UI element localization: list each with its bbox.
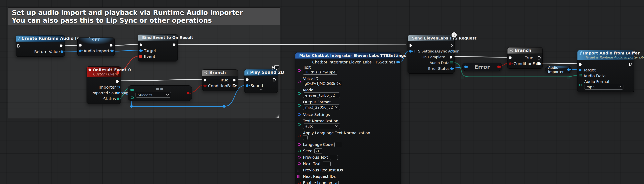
- output-struct-pin[interactable]: [396, 61, 399, 63]
- node-audio-importer-getter[interactable]: Audio Importer: [545, 66, 572, 73]
- event-delegate-pin[interactable]: [139, 55, 142, 58]
- exec-in-pin[interactable]: [509, 56, 512, 59]
- comment-header[interactable]: Set up audio import and playback via Run…: [8, 7, 280, 25]
- text-field[interactable]: [303, 70, 338, 75]
- false-exec-pin[interactable]: [538, 62, 541, 65]
- next-text-pin[interactable]: [298, 163, 300, 165]
- text-pin[interactable]: [298, 69, 300, 72]
- audio-data-array-pin[interactable]: [450, 61, 453, 64]
- true-exec-pin[interactable]: [233, 78, 236, 82]
- audio-importer-out-pin[interactable]: [110, 49, 113, 52]
- error-status-pin[interactable]: [450, 67, 453, 70]
- exec-out-pin[interactable]: [60, 44, 63, 47]
- output-format-dropdown[interactable]: mp3_22050_32: [303, 104, 340, 110]
- node-set-audio-importer[interactable]: SET Audio Importer: [77, 37, 115, 56]
- exec-in-pin[interactable]: [139, 43, 143, 46]
- output-delegate-pin[interactable]: [116, 71, 119, 74]
- target-pin[interactable]: [579, 69, 582, 71]
- node-header[interactable]: OnResult_Event_0 Custom Event: [87, 67, 121, 77]
- voice-id-pin[interactable]: [298, 80, 300, 83]
- reroute-node-audiodata-1[interactable]: [461, 76, 464, 78]
- error-output-pin[interactable]: [497, 66, 500, 68]
- target-pin[interactable]: [139, 49, 142, 52]
- graph-canvas[interactable]: Set up audio import and playback via Run…: [0, 0, 644, 184]
- previous-text-pin[interactable]: [298, 156, 300, 159]
- previous-text-field[interactable]: [330, 155, 338, 160]
- condition-pin[interactable]: [204, 84, 206, 87]
- equal-output-pin[interactable]: [187, 92, 190, 94]
- node-play-sound-2d[interactable]: f Play Sound 2D Sound: [244, 69, 278, 93]
- exec-in-pin[interactable]: [204, 78, 207, 82]
- next-text-field[interactable]: [322, 161, 330, 166]
- exec-out-pin[interactable]: [629, 62, 632, 66]
- audio-importer-in-pin[interactable]: [79, 49, 82, 52]
- on-complete-exec-pin[interactable]: [450, 55, 453, 59]
- exec-in-pin[interactable]: [17, 44, 20, 47]
- equal-input-a-pin[interactable]: [130, 89, 133, 91]
- async-action-pin[interactable]: [450, 50, 453, 52]
- enable-logging-checkbox[interactable]: [334, 181, 338, 184]
- text-normalization-dropdown[interactable]: auto: [303, 123, 340, 129]
- exec-in-pin[interactable]: [246, 78, 249, 81]
- tts-settings-pin[interactable]: [409, 50, 412, 52]
- voice-settings-pin[interactable]: [298, 113, 300, 116]
- text-normalization-pin[interactable]: [298, 123, 300, 126]
- node-make-tts-settings[interactable]: Make Chatbot Integrator Eleven Labs TTSS…: [295, 52, 401, 184]
- node-header[interactable]: f Create Runtime Audio Importer: [16, 35, 64, 42]
- enable-logging-pin[interactable]: [298, 182, 300, 184]
- exec-out-pin[interactable]: [173, 43, 176, 46]
- node-branch-2[interactable]: Branch True Condition False: [507, 47, 543, 69]
- previous-request-ids-array-pin[interactable]: [298, 169, 300, 172]
- seed-pin[interactable]: [298, 150, 300, 152]
- seed-field[interactable]: [314, 149, 322, 154]
- sound-pin[interactable]: [246, 84, 248, 87]
- imported-sound-wave-pin[interactable]: [117, 92, 119, 94]
- next-request-ids-array-pin[interactable]: [298, 175, 300, 178]
- importer-pin[interactable]: [117, 86, 119, 88]
- equal-input-b-pin[interactable]: [131, 96, 133, 99]
- status-pin[interactable]: [117, 97, 119, 100]
- node-send-elevenlabs-tts-request[interactable]: Send ElevenLabs TTS Request TTS Settings…: [408, 35, 454, 74]
- node-branch-1[interactable]: Branch True Condition False: [202, 69, 238, 91]
- expand-node-button[interactable]: [244, 88, 278, 92]
- exec-out-pin[interactable]: [450, 44, 453, 47]
- reroute-node-audiodata-2[interactable]: [567, 76, 570, 78]
- model-dropdown[interactable]: eleven_turbo_v2: [303, 92, 340, 98]
- apply-lang-pin[interactable]: [298, 135, 300, 137]
- node-error-getter[interactable]: Error: [462, 63, 502, 71]
- exec-in-pin[interactable]: [79, 43, 82, 47]
- exec-out-pin[interactable]: [273, 78, 276, 81]
- voice-id-field[interactable]: [303, 81, 342, 86]
- set-header[interactable]: SET: [78, 38, 114, 42]
- node-header[interactable]: Make Chatbot Integrator Eleven Labs TTSS…: [296, 52, 400, 59]
- language-code-pin[interactable]: [298, 143, 300, 146]
- equal-value-dropdown[interactable]: Success: [136, 92, 171, 98]
- exec-in-pin[interactable]: [409, 44, 412, 47]
- audio-data-array-pin[interactable]: [579, 74, 582, 77]
- exec-out-pin[interactable]: [116, 80, 119, 83]
- node-header[interactable]: Branch: [508, 47, 542, 54]
- node-header[interactable]: Branch: [202, 70, 238, 76]
- node-header[interactable]: Bind Event to On Result: [138, 34, 178, 41]
- true-exec-pin[interactable]: [538, 56, 541, 59]
- getter-output-pin[interactable]: [567, 68, 570, 71]
- comment-resize-handle[interactable]: [274, 113, 280, 118]
- audio-format-pin[interactable]: [579, 84, 582, 86]
- node-bind-event-to-on-result[interactable]: Bind Event to On Result Target Event: [138, 34, 178, 61]
- node-create-runtime-audio-importer[interactable]: f Create Runtime Audio Importer Return V…: [16, 35, 65, 57]
- node-onresult-custom-event[interactable]: OnResult_Event_0 Custom Event Importer I…: [86, 66, 121, 104]
- node-header[interactable]: Send ElevenLabs TTS Request: [408, 35, 454, 41]
- model-pin[interactable]: [298, 92, 300, 95]
- node-equal-enum[interactable]: == Success: [128, 85, 192, 101]
- apply-lang-checkbox[interactable]: [303, 135, 308, 140]
- false-exec-pin[interactable]: [233, 84, 236, 87]
- language-code-field[interactable]: [334, 142, 342, 147]
- condition-pin[interactable]: [509, 62, 512, 65]
- exec-out-pin[interactable]: [110, 43, 113, 47]
- return-value-pin[interactable]: [60, 50, 63, 53]
- node-header[interactable]: f Import Audio from Buffer Target is Run…: [578, 50, 634, 60]
- exec-in-pin[interactable]: [579, 62, 582, 66]
- node-import-audio-from-buffer[interactable]: f Import Audio from Buffer Target is Run…: [577, 50, 634, 92]
- output-format-pin[interactable]: [298, 104, 300, 107]
- audio-format-dropdown[interactable]: mp3: [584, 84, 624, 90]
